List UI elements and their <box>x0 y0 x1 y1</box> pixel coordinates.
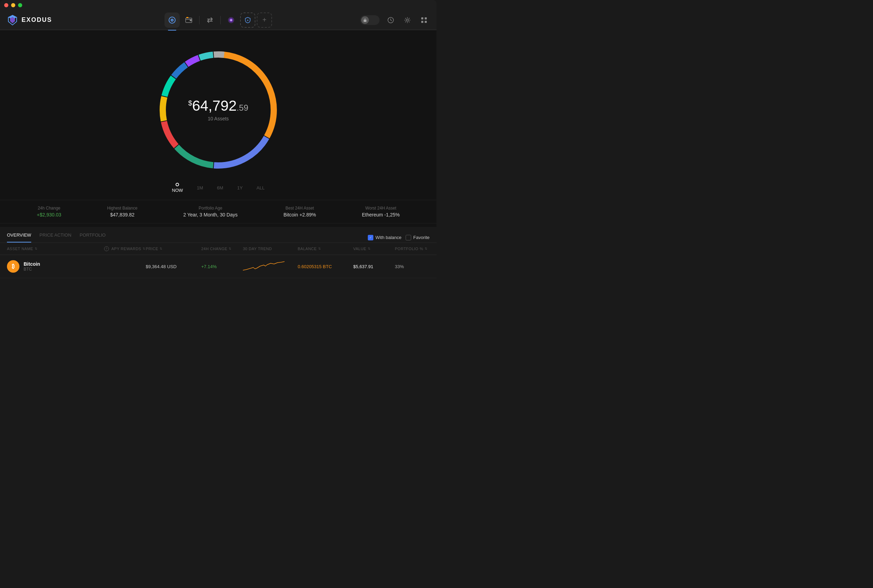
svg-point-15 <box>406 19 408 21</box>
svg-rect-16 <box>421 17 423 20</box>
time-all[interactable]: ALL <box>256 185 264 190</box>
svg-point-11 <box>230 20 232 21</box>
btc-change: +7.14% <box>201 264 243 269</box>
filter-with-balance[interactable]: ✓ With balance <box>368 235 402 240</box>
time-selector: NOW 1M 6M 1Y ALL <box>0 183 436 193</box>
stats-bar: 24h Change +$2,930.03 Highest Balance $4… <box>0 200 436 224</box>
header-right <box>324 15 430 26</box>
app-title: EXODUS <box>21 16 52 24</box>
sort-icon-value: ⇅ <box>368 247 371 250</box>
time-now[interactable]: NOW <box>172 183 183 193</box>
favorite-checkbox[interactable] <box>406 235 411 240</box>
th-apy[interactable]: ? APY REWARDS ⇅ <box>104 246 146 251</box>
tab-portfolio[interactable]: PORTFOLIO <box>80 232 106 243</box>
th-portfolio[interactable]: PORTFOLIO % ⇅ <box>395 246 429 251</box>
sort-icon-asset: ⇅ <box>35 247 38 250</box>
asset-name-group: Bitcoin BTC <box>24 261 40 272</box>
nav-tabs: + + <box>113 12 324 28</box>
th-value[interactable]: VALUE ⇅ <box>353 246 395 251</box>
nav-tab-portfolio[interactable] <box>165 12 180 28</box>
table-row[interactable]: ₿ Bitcoin BTC $9,364.48 USD +7.14% 0.602… <box>0 255 436 278</box>
time-1m[interactable]: 1M <box>197 185 203 190</box>
filter-favorite[interactable]: Favorite <box>406 235 429 240</box>
time-6m[interactable]: 6M <box>217 185 223 190</box>
stat-best-24h: Best 24H Asset Bitcoin +2.89% <box>284 206 316 218</box>
th-price[interactable]: PRICE ⇅ <box>146 246 201 251</box>
exodus-logo-icon <box>7 15 18 26</box>
asset-info-btc: ₿ Bitcoin BTC <box>7 260 104 273</box>
btc-portfolio: 33% <box>395 264 429 269</box>
time-dot-now <box>176 183 179 186</box>
th-24h-change[interactable]: 24H CHANGE ⇅ <box>201 246 243 251</box>
sort-icon-price: ⇅ <box>160 247 163 250</box>
btc-price: $9,364.48 USD <box>146 264 201 269</box>
sort-icon-balance: ⇅ <box>318 247 321 250</box>
table-header: ASSET NAME ⇅ ? APY REWARDS ⇅ PRICE ⇅ 24H… <box>0 243 436 255</box>
with-balance-checkbox[interactable]: ✓ <box>368 235 374 240</box>
btc-sparkline <box>243 260 285 272</box>
svg-rect-17 <box>425 17 427 20</box>
nav-tab-shield[interactable]: + <box>240 12 255 28</box>
btc-icon: ₿ <box>7 260 20 273</box>
th-balance[interactable]: BALANCE ⇅ <box>298 246 353 251</box>
svg-rect-13 <box>364 20 366 22</box>
stat-24h-change: 24h Change +$2,930.03 <box>37 206 61 218</box>
tab-overview[interactable]: OVERVIEW <box>7 232 31 243</box>
th-30day-trend: 30 DAY TREND <box>243 246 298 251</box>
btc-value: $5,637.91 <box>353 264 395 269</box>
lock-toggle[interactable] <box>360 15 380 25</box>
table-section: OVERVIEW PRICE ACTION PORTFOLIO ✓ With b… <box>0 227 436 278</box>
header: EXODUS <box>0 10 436 30</box>
title-bar <box>0 0 436 10</box>
btc-trend <box>243 260 298 273</box>
asset-symbol-btc: BTC <box>24 267 40 272</box>
chart-area: $64,792.59 10 Assets <box>0 37 436 179</box>
lock-toggle-knob <box>361 16 369 24</box>
stat-worst-24h: Worst 24H Asset Ethereum -1,25% <box>362 206 400 218</box>
svg-rect-18 <box>421 21 423 23</box>
sort-icon-apy: ⇅ <box>142 247 146 250</box>
sort-icon-24h: ⇅ <box>229 247 232 250</box>
settings-icon[interactable] <box>402 15 413 26</box>
favorite-label: Favorite <box>413 235 429 240</box>
maximize-button[interactable] <box>18 3 22 7</box>
asset-name-btc: Bitcoin <box>24 261 40 267</box>
donut-chart: $64,792.59 10 Assets <box>152 44 284 176</box>
donut-center-text: $64,792.59 10 Assets <box>188 99 248 122</box>
nav-tab-exchange[interactable] <box>202 12 218 28</box>
svg-text:+: + <box>247 19 248 22</box>
svg-rect-8 <box>186 17 188 18</box>
asset-count: 10 Assets <box>188 116 248 122</box>
close-button[interactable] <box>4 3 8 7</box>
grid-icon[interactable] <box>418 15 429 26</box>
stat-highest-balance: Highest Balance $47,839.82 <box>107 206 137 218</box>
time-1y[interactable]: 1Y <box>237 185 243 190</box>
nav-tab-nft[interactable] <box>224 12 239 28</box>
sort-icon-portfolio: ⇅ <box>425 247 428 250</box>
stat-portfolio-age: Portfolio Age 2 Year, 3 Month, 30 Days <box>183 206 237 218</box>
portfolio-value: $64,792.59 <box>188 99 248 113</box>
th-asset-name[interactable]: ASSET NAME ⇅ <box>7 246 104 251</box>
logo-area: EXODUS <box>7 15 113 26</box>
add-tab-button[interactable]: + <box>257 12 272 28</box>
btc-balance: 0.60205315 BTC <box>298 264 353 269</box>
tab-price-action[interactable]: PRICE ACTION <box>39 232 72 243</box>
with-balance-label: With balance <box>375 235 402 240</box>
minimize-button[interactable] <box>11 3 15 7</box>
history-icon[interactable] <box>385 15 396 26</box>
table-filters: ✓ With balance Favorite <box>368 235 429 240</box>
nav-tab-wallet[interactable] <box>181 12 196 28</box>
table-tabs: OVERVIEW PRICE ACTION PORTFOLIO ✓ With b… <box>0 227 436 243</box>
svg-point-5 <box>172 20 173 21</box>
nav-divider-1 <box>199 16 200 24</box>
main-content: $64,792.59 10 Assets NOW 1M 6M 1Y ALL 24… <box>0 30 436 278</box>
svg-rect-19 <box>425 21 427 23</box>
